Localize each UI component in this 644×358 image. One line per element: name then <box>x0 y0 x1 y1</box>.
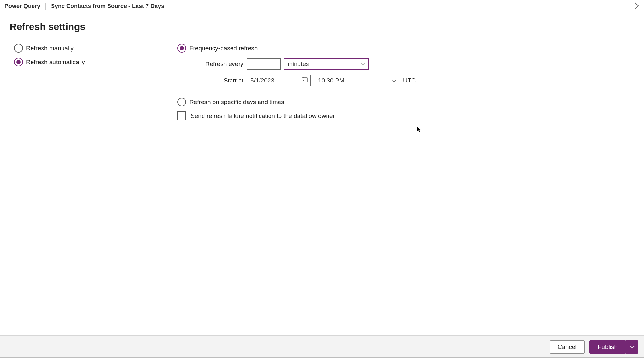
radio-label: Frequency-based refresh <box>189 45 258 52</box>
title-divider <box>45 3 46 10</box>
checkbox-icon <box>177 111 186 120</box>
checkbox-send-failure-notification[interactable]: Send refresh failure notification to the… <box>177 111 416 120</box>
timezone-label: UTC <box>403 77 416 84</box>
publish-dropdown-button[interactable] <box>626 340 638 354</box>
chevron-down-icon <box>392 77 396 84</box>
radio-icon-selected <box>177 44 186 53</box>
svg-rect-4 <box>303 80 304 81</box>
refresh-unit-value: minutes <box>288 61 309 68</box>
refresh-interval-input[interactable] <box>247 58 281 70</box>
refresh-unit-select[interactable]: minutes <box>284 58 369 70</box>
body-area: Refresh manually Refresh automatically F… <box>0 32 644 320</box>
start-at-label: Start at <box>194 77 243 84</box>
cancel-button-label: Cancel <box>558 343 577 351</box>
start-date-value: 5/1/2023 <box>251 77 274 84</box>
radio-icon <box>14 44 23 53</box>
radio-specific-days[interactable]: Refresh on specific days and times <box>177 98 416 106</box>
svg-rect-0 <box>302 78 307 82</box>
chevron-down-icon <box>361 61 365 68</box>
chevron-right-icon[interactable] <box>634 2 639 11</box>
publish-split-button: Publish <box>589 340 638 354</box>
title-bar: Power Query Sync Contacts from Source - … <box>0 0 644 13</box>
refresh-every-label: Refresh every <box>194 61 243 68</box>
publish-button[interactable]: Publish <box>589 340 626 354</box>
cancel-button[interactable]: Cancel <box>550 340 585 354</box>
schedule-panel: Frequency-based refresh Refresh every mi… <box>170 43 416 320</box>
radio-icon-selected <box>14 58 23 66</box>
radio-refresh-manually[interactable]: Refresh manually <box>14 44 170 53</box>
calendar-icon <box>301 76 308 84</box>
flow-title: Sync Contacts from Source - Last 7 Days <box>51 3 164 10</box>
radio-label: Refresh on specific days and times <box>189 99 284 106</box>
radio-frequency-based[interactable]: Frequency-based refresh <box>177 44 416 53</box>
radio-refresh-automatically[interactable]: Refresh automatically <box>14 58 170 66</box>
app-name: Power Query <box>5 3 40 10</box>
radio-label: Refresh manually <box>26 45 74 52</box>
refresh-every-row: Refresh every minutes <box>194 58 416 70</box>
refresh-mode-panel: Refresh manually Refresh automatically <box>0 43 170 320</box>
start-at-row: Start at 5/1/2023 10:30 PM <box>194 75 416 86</box>
start-date-input[interactable]: 5/1/2023 <box>247 75 311 86</box>
footer-bar: Cancel Publish <box>0 335 644 358</box>
publish-button-label: Publish <box>598 343 618 351</box>
checkbox-label: Send refresh failure notification to the… <box>191 112 335 120</box>
page-title: Refresh settings <box>0 13 644 32</box>
start-time-value: 10:30 PM <box>318 77 344 84</box>
radio-icon <box>177 98 186 106</box>
start-time-select[interactable]: 10:30 PM <box>315 75 400 86</box>
radio-label: Refresh automatically <box>26 59 85 66</box>
